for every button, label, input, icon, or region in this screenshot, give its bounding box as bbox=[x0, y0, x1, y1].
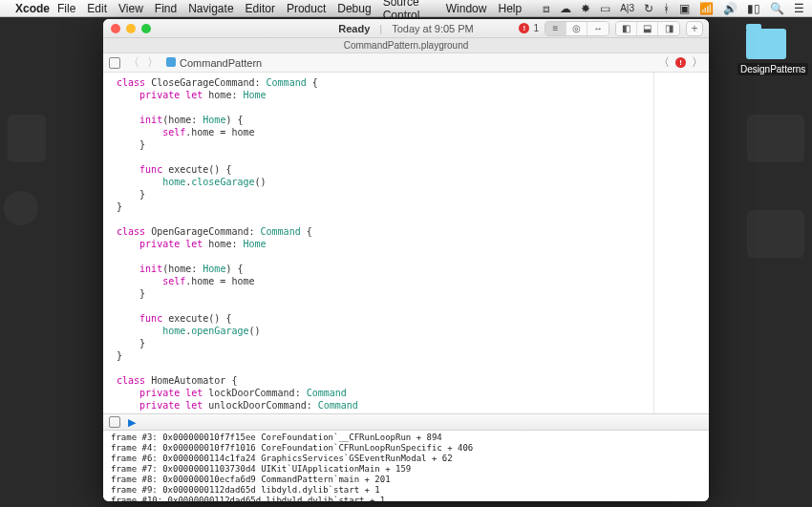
standard-editor-button[interactable]: ≡ bbox=[545, 22, 566, 35]
breadcrumb[interactable]: CommandPattern bbox=[166, 57, 262, 69]
toggle-debug-button[interactable]: ⬓ bbox=[637, 22, 658, 35]
folder-icon bbox=[746, 29, 786, 59]
toggle-console-button[interactable] bbox=[109, 416, 120, 428]
jump-bar: 〈 〉 CommandPattern 〈 ! 〉 bbox=[103, 53, 709, 73]
results-sidebar bbox=[653, 73, 709, 413]
window-traffic-lights bbox=[111, 24, 151, 33]
evernote-icon[interactable]: ✸ bbox=[581, 2, 590, 15]
menu-help[interactable]: Help bbox=[498, 2, 522, 15]
menu-file[interactable]: File bbox=[57, 2, 75, 15]
menu-find[interactable]: Find bbox=[155, 2, 177, 15]
playground-icon bbox=[166, 57, 176, 67]
notification-center-icon[interactable]: ☰ bbox=[794, 2, 804, 15]
mac-menubar: Xcode File Edit View Find Navigate Edito… bbox=[0, 0, 812, 17]
panel-toggle-group: ◧ ⬓ ◨ bbox=[615, 21, 680, 36]
activity-timestamp: Today at 9:05 PM bbox=[392, 23, 474, 34]
folder-label: DesignPatterns bbox=[737, 63, 808, 75]
version-editor-button[interactable]: ↔ bbox=[588, 22, 609, 35]
menu-debug[interactable]: Debug bbox=[337, 2, 371, 15]
activity-status: Ready bbox=[338, 23, 370, 34]
menu-editor[interactable]: Editor bbox=[246, 2, 275, 15]
nav-back-button[interactable]: 〈 bbox=[128, 54, 139, 71]
related-items-button[interactable] bbox=[109, 57, 120, 69]
spotlight-icon[interactable]: 🔍 bbox=[770, 2, 784, 15]
app-name[interactable]: Xcode bbox=[15, 2, 50, 15]
dropbox-icon[interactable]: ⧈ bbox=[543, 2, 550, 15]
window-zoom-button[interactable] bbox=[141, 24, 151, 33]
code-area[interactable]: class CloseGarageCommand: Command { priv… bbox=[103, 73, 653, 413]
cloud-icon[interactable]: ☁ bbox=[560, 2, 571, 15]
add-tab-button[interactable]: + bbox=[686, 21, 703, 36]
window-close-button[interactable] bbox=[111, 24, 120, 33]
menu-window[interactable]: Window bbox=[446, 2, 487, 15]
nav-forward-button[interactable]: 〉 bbox=[147, 54, 159, 71]
wifi-icon[interactable]: 📶 bbox=[699, 2, 714, 15]
xcode-window: Ready | Today at 9:05 PM ! 1 ≡ ◎ ↔ ◧ ⬓ ◨… bbox=[103, 19, 709, 501]
toggle-utilities-button[interactable]: ◨ bbox=[658, 22, 679, 35]
menu-product[interactable]: Product bbox=[287, 2, 326, 15]
path-error-icon[interactable]: ! bbox=[675, 57, 686, 68]
issue-indicator[interactable]: ! 1 bbox=[519, 23, 539, 33]
path-nav-prev[interactable]: 〈 bbox=[658, 54, 670, 71]
adobe-icon[interactable]: A|3 bbox=[620, 3, 634, 13]
airplay-icon[interactable]: ▣ bbox=[679, 2, 690, 15]
tab-title[interactable]: CommandPattern.playground bbox=[344, 40, 469, 51]
editor-mode-group: ≡ ◎ ↔ bbox=[545, 21, 609, 36]
assistant-editor-button[interactable]: ◎ bbox=[566, 22, 588, 35]
window-minimize-button[interactable] bbox=[126, 24, 136, 33]
menu-view[interactable]: View bbox=[118, 2, 143, 15]
error-count: 1 bbox=[533, 23, 539, 33]
activity-separator: | bbox=[379, 23, 382, 34]
source-editor: class CloseGarageCommand: Command { priv… bbox=[103, 73, 709, 413]
debug-console[interactable]: frame #3: 0x000000010f7f15ee CoreFoundat… bbox=[103, 431, 709, 501]
run-playground-button[interactable]: ▶ bbox=[128, 416, 136, 429]
battery-icon[interactable]: ▮▯ bbox=[747, 2, 760, 15]
bluetooth-icon[interactable]: ᚼ bbox=[663, 2, 670, 15]
tab-bar: CommandPattern.playground bbox=[103, 38, 709, 53]
toggle-navigator-button[interactable]: ◧ bbox=[616, 22, 637, 35]
display-icon[interactable]: ▭ bbox=[600, 2, 610, 15]
menu-edit[interactable]: Edit bbox=[87, 2, 107, 15]
breadcrumb-label: CommandPattern bbox=[180, 57, 262, 69]
desktop-folder[interactable]: DesignPatterns bbox=[737, 29, 795, 75]
window-titlebar: Ready | Today at 9:05 PM ! 1 ≡ ◎ ↔ ◧ ⬓ ◨… bbox=[103, 19, 709, 38]
timemachine-icon[interactable]: ↻ bbox=[644, 2, 653, 15]
debug-bar: ▶ bbox=[103, 413, 709, 431]
volume-icon[interactable]: 🔊 bbox=[723, 2, 737, 15]
menu-navigate[interactable]: Navigate bbox=[188, 2, 233, 15]
error-icon: ! bbox=[519, 23, 529, 33]
path-nav-next[interactable]: 〉 bbox=[692, 54, 703, 71]
